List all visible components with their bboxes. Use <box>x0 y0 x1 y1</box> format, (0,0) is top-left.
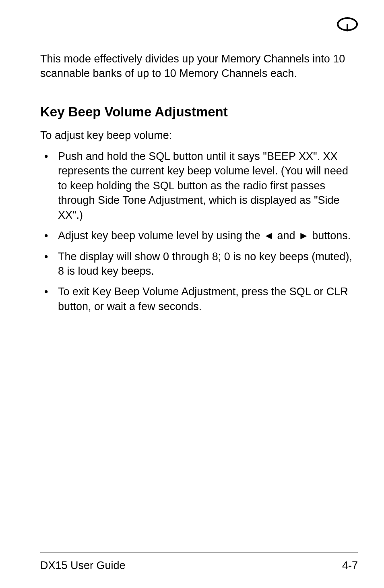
bullet-list: Push and hold the SQL button until it sa… <box>40 149 358 314</box>
subtext: To adjust key beep volume: <box>40 129 358 142</box>
list-item: To exit Key Beep Volume Adjustment, pres… <box>40 284 358 314</box>
list-item: The display will show 0 through 8; 0 is … <box>40 249 358 279</box>
list-item: Adjust key beep volume level by using th… <box>40 228 358 243</box>
list-item: Push and hold the SQL button until it sa… <box>40 149 358 222</box>
section-heading: Key Beep Volume Adjustment <box>40 104 358 120</box>
page-number: 4-7 <box>342 559 358 572</box>
intro-paragraph: This mode effectively divides up your Me… <box>40 52 358 81</box>
logo-icon <box>337 17 358 33</box>
footer: DX15 User Guide 4-7 <box>40 553 358 572</box>
footer-title: DX15 User Guide <box>40 559 126 572</box>
header <box>40 20 358 40</box>
